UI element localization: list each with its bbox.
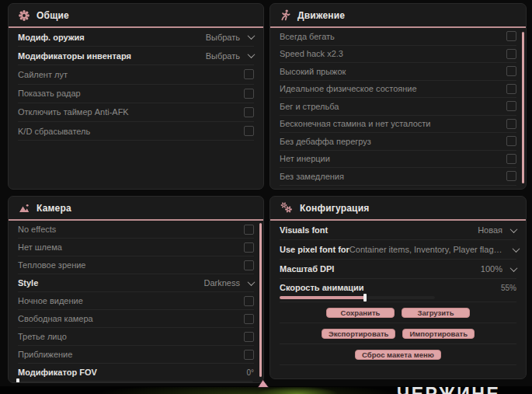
setting-label: Показать радар [18, 89, 81, 98]
setting-label: Нет инерции [280, 154, 330, 163]
setting-row[interactable]: Третье лицо [18, 328, 254, 346]
panel-camera-title: Камера [37, 203, 71, 214]
panel-config: Конфигурация Visuals font Новая Use pixe… [269, 196, 527, 379]
setting-row[interactable]: Всегда бегать [280, 28, 516, 46]
fov-modifier-row: Модификатор FOV 0° [18, 364, 254, 383]
checkbox[interactable] [244, 126, 254, 136]
setting-row[interactable]: K/D сбрасыватель [18, 122, 254, 141]
panel-config-header: Конфигурация [270, 197, 526, 221]
panel-general-header: Общие [9, 4, 263, 28]
setting-row[interactable]: Ночное видение [18, 292, 254, 310]
setting-row[interactable]: Use pixel font for Container items, Inve… [280, 240, 516, 260]
watermark-text: ЧЕРЖИНЕ [397, 385, 500, 394]
checkbox[interactable] [506, 101, 516, 111]
setting-label: Сайлент лут [18, 70, 68, 79]
reset-menu-layout-button[interactable]: Сброс макета меню [355, 350, 441, 360]
setting-row[interactable]: Без замедления [280, 168, 516, 186]
setting-row[interactable]: Идеальное физическое состояние [280, 81, 516, 99]
setting-row[interactable]: Свободная камера [18, 310, 254, 328]
setting-label: Масштаб DPI [280, 264, 334, 274]
button-row: Сохранить Загрузить [280, 302, 516, 323]
checkbox[interactable] [244, 107, 254, 117]
setting-row[interactable]: Visuals font Новая [280, 221, 516, 240]
checkbox[interactable] [506, 171, 516, 181]
setting-row[interactable]: Бесконечная стамина и нет усталости [280, 116, 516, 134]
setting-label: Третье лицо [18, 332, 67, 341]
checkbox[interactable] [506, 31, 516, 41]
checkbox[interactable] [506, 136, 516, 146]
setting-row[interactable]: Нет инерции [280, 151, 516, 169]
setting-row[interactable]: Тепловое зрение [18, 256, 254, 274]
save-button[interactable]: Сохранить [326, 308, 395, 318]
scrollbar[interactable] [522, 32, 524, 183]
dropdown-value: Выбрать [206, 51, 240, 61]
setting-label: Всегда бегать [280, 32, 335, 41]
setting-label: Модификатор FOV [18, 368, 97, 377]
setting-row[interactable]: Модиф. оружия Выбрать [18, 28, 254, 47]
panel-general: Общие Модиф. оружия Выбрать Модификаторы… [8, 3, 264, 190]
setting-row[interactable]: Приближение [18, 346, 254, 364]
gears-icon [280, 202, 293, 214]
style-dropdown[interactable]: Darkness [204, 278, 254, 288]
setting-row[interactable]: Сайлент лут [18, 65, 254, 84]
setting-label: Высокий прыжок [280, 67, 346, 76]
inventory-mod-dropdown[interactable]: Выбрать [206, 51, 254, 61]
panel-camera: Камера No effects Нет шлема Тепловое зре… [8, 196, 264, 383]
setting-row[interactable]: Отключить таймер Anti-AFK [18, 103, 254, 122]
setting-row[interactable]: Масштаб DPI 100% [280, 260, 516, 279]
setting-row[interactable]: Бег и стрельба [280, 98, 516, 116]
setting-label: Скорость анимации [280, 283, 364, 292]
checkbox[interactable] [506, 154, 516, 164]
setting-label: Бег и стрельба [280, 102, 339, 111]
import-button[interactable]: Импортировать [402, 329, 475, 339]
fov-slider[interactable] [18, 381, 253, 383]
checkbox[interactable] [506, 119, 516, 129]
export-button[interactable]: Экспортировать [322, 329, 395, 339]
checkbox[interactable] [244, 69, 254, 79]
slider-thumb[interactable] [363, 294, 367, 302]
dropdown-value: 100% [481, 264, 502, 274]
panel-movement-title: Движение [297, 10, 345, 21]
checkbox[interactable] [244, 242, 254, 253]
checkbox[interactable] [244, 314, 254, 324]
setting-row[interactable]: Без дебаффа перегруз [280, 133, 516, 151]
setting-row[interactable]: Нет шлема [18, 239, 254, 256]
checkbox[interactable] [244, 225, 254, 235]
visuals-font-dropdown[interactable]: Новая [478, 225, 516, 235]
dpi-scale-dropdown[interactable]: 100% [481, 264, 516, 274]
dropdown-value: Container items, Inventory, Player flags… [349, 245, 505, 254]
checkbox[interactable] [506, 84, 516, 94]
setting-label: Бесконечная стамина и нет усталости [280, 119, 431, 128]
setting-row[interactable]: No effects [18, 221, 254, 239]
animation-speed-row: Скорость анимации 55% [280, 279, 516, 302]
setting-row[interactable]: Показать радар [18, 85, 254, 103]
slider-thumb[interactable] [16, 378, 19, 383]
pixel-font-dropdown[interactable]: Container items, Inventory, Player flags… [349, 245, 519, 254]
runner-icon [280, 9, 290, 21]
setting-label: Без дебаффа перегруз [280, 137, 371, 146]
checkbox[interactable] [244, 296, 254, 306]
setting-label: Нет шлема [18, 242, 62, 252]
scrollbar[interactable] [259, 223, 262, 377]
checkbox[interactable] [244, 350, 254, 360]
panel-movement: Движение Всегда бегать Speed hack x2.3 В… [269, 3, 527, 190]
setting-row[interactable]: Высокий прыжок [280, 63, 516, 81]
setting-label: K/D сбрасыватель [18, 127, 90, 136]
checkbox[interactable] [244, 332, 254, 342]
load-button[interactable]: Загрузить [402, 308, 470, 318]
setting-label: Идеальное физическое состояние [280, 84, 417, 93]
animation-speed-slider[interactable] [280, 296, 435, 299]
panel-movement-header: Движение [270, 4, 526, 28]
checkbox[interactable] [244, 260, 254, 270]
setting-row[interactable]: Style Darkness [18, 274, 254, 292]
setting-row[interactable]: Speed hack x2.3 [280, 46, 516, 64]
cheat-menu-overlay: Общие Модиф. оружия Выбрать Модификаторы… [0, 0, 532, 394]
setting-row[interactable]: Модификаторы инвентаря Выбрать [18, 47, 254, 65]
checkbox[interactable] [244, 89, 254, 99]
setting-label: Тепловое зрение [18, 260, 85, 270]
game-world-glow [64, 387, 398, 394]
checkbox[interactable] [506, 49, 516, 59]
weapon-mod-dropdown[interactable]: Выбрать [206, 33, 254, 42]
checkbox[interactable] [506, 66, 516, 76]
setting-label: Visuals font [280, 225, 328, 235]
